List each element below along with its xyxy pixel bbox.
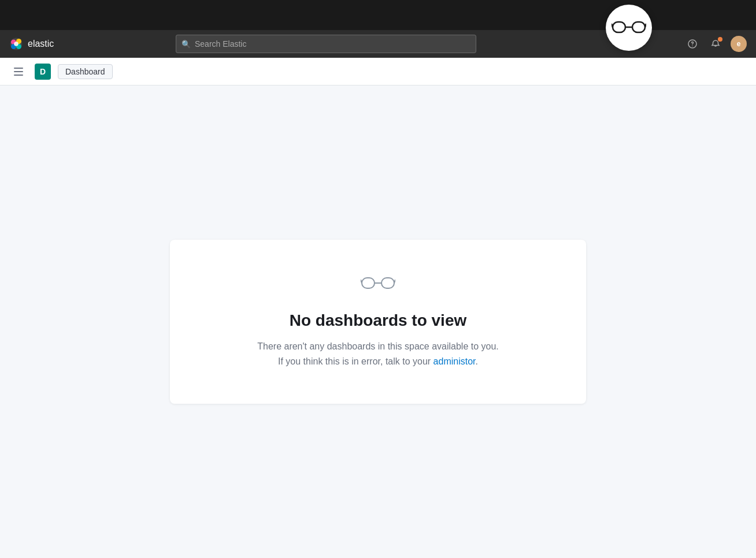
empty-state-icon-container (216, 274, 540, 297)
svg-rect-1 (632, 22, 645, 32)
svg-point-10 (14, 42, 18, 46)
nav-actions: e (684, 36, 747, 52)
hamburger-menu-button[interactable] (9, 62, 28, 81)
empty-state-suffix: . (476, 356, 478, 366)
help-button[interactable] (684, 36, 701, 52)
hamburger-icon (14, 68, 23, 76)
notification-dot (718, 37, 722, 42)
space-badge[interactable]: D (35, 64, 51, 80)
svg-line-3 (612, 24, 613, 27)
admin-link[interactable]: administor (433, 356, 476, 366)
svg-line-4 (645, 24, 646, 27)
breadcrumb-dashboard[interactable]: Dashboard (58, 64, 113, 79)
svg-line-16 (361, 280, 362, 283)
svg-rect-13 (362, 278, 375, 288)
search-bar-container: 🔍 (176, 35, 476, 53)
elastic-logo-icon (9, 37, 23, 51)
elastic-logo-link[interactable]: elastic (9, 37, 67, 51)
glasses-icon-overlay (612, 17, 646, 38)
search-input[interactable] (176, 35, 476, 53)
svg-rect-14 (381, 278, 394, 288)
empty-state-card: No dashboards to view There aren't any d… (170, 240, 586, 403)
mac-avatar-overlay (606, 5, 652, 51)
empty-state-title: No dashboards to view (216, 311, 540, 330)
empty-state-glasses-icon (361, 274, 395, 295)
svg-point-12 (692, 46, 693, 47)
user-avatar[interactable]: e (731, 36, 747, 52)
svg-rect-0 (613, 22, 625, 32)
empty-state-description: There aren't any dashboards in this spac… (216, 339, 540, 369)
user-initial: e (737, 40, 741, 48)
notifications-button[interactable] (707, 36, 724, 52)
search-icon: 🔍 (181, 40, 191, 49)
elastic-logo-text: elastic (28, 39, 54, 49)
svg-line-17 (394, 280, 395, 283)
secondary-nav: D Dashboard (0, 58, 756, 85)
main-content: No dashboards to view There aren't any d… (0, 85, 756, 558)
help-icon (688, 39, 697, 49)
empty-state-desc-line1: There aren't any dashboards in this spac… (257, 341, 499, 351)
empty-state-desc-line2: If you think this is in error, talk to y… (278, 356, 431, 366)
